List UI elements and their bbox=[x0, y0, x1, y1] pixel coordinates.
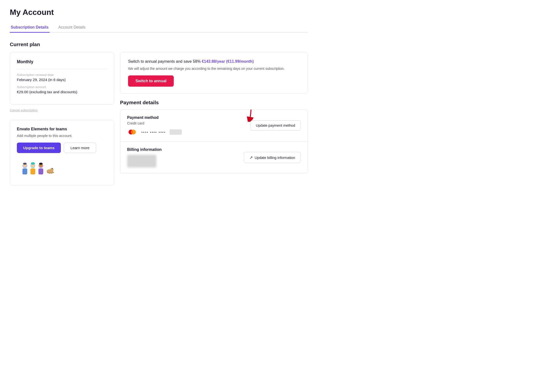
external-link-icon: ↗ bbox=[250, 155, 253, 160]
update-billing-button[interactable]: ↗ Update billing information bbox=[244, 152, 301, 163]
payment-card: Payment method Credit card ••• bbox=[120, 109, 308, 174]
teams-card: Envato Elements for teams Add multiple p… bbox=[10, 120, 114, 186]
teams-buttons: Upgrade to teams Learn more bbox=[17, 143, 107, 153]
svg-point-15 bbox=[52, 168, 53, 169]
teams-card-desc: Add multiple people to this account. bbox=[17, 134, 107, 138]
renewal-label: Subscription renewal date bbox=[17, 73, 107, 77]
svg-point-13 bbox=[50, 168, 54, 172]
tabs-bar: Subscription Details Account Details bbox=[10, 23, 308, 33]
svg-point-17 bbox=[48, 173, 50, 174]
plan-card: Monthly Subscription renewal date Februa… bbox=[10, 52, 114, 104]
learn-more-button[interactable]: Learn more bbox=[64, 143, 96, 153]
page-title: My Account bbox=[10, 8, 308, 17]
billing-info-row: Billing information ↗ Update billing inf… bbox=[120, 142, 308, 173]
cancel-subscription-link[interactable]: Cancel subscription bbox=[10, 108, 114, 112]
payment-method-row: Payment method Credit card ••• bbox=[120, 110, 308, 142]
update-payment-method-button[interactable]: Update payment method bbox=[250, 120, 301, 131]
teams-card-title: Envato Elements for teams bbox=[17, 127, 107, 131]
teams-illustration bbox=[17, 159, 107, 178]
svg-rect-5 bbox=[31, 168, 35, 175]
card-dots: •••• •••• •••• bbox=[141, 130, 166, 134]
amount-label: Subscription amount bbox=[17, 85, 107, 89]
mastercard-icon bbox=[127, 129, 137, 135]
plan-title: Monthly bbox=[17, 59, 107, 64]
annual-switch-card: Switch to annual payments and save 58% €… bbox=[120, 52, 308, 94]
annual-headline-highlight: €143.88/year (€11.99/month) bbox=[202, 59, 254, 63]
renewal-value: February 29, 2024 (in 6 days) bbox=[17, 78, 107, 82]
switch-to-annual-button[interactable]: Switch to annual bbox=[128, 75, 174, 87]
annual-headline-prefix: Switch to annual payments and save 58% bbox=[128, 59, 202, 63]
payment-details-heading: Payment details bbox=[120, 100, 308, 105]
svg-rect-9 bbox=[38, 168, 43, 175]
svg-point-7 bbox=[31, 162, 35, 165]
main-grid: Monthly Subscription renewal date Februa… bbox=[10, 52, 308, 186]
card-last-digits bbox=[170, 129, 182, 135]
svg-point-19 bbox=[52, 172, 54, 173]
left-column: Monthly Subscription renewal date Februa… bbox=[10, 52, 114, 186]
billing-info-blurred bbox=[127, 155, 156, 167]
annual-desc: We will adjust the amount we charge you … bbox=[128, 67, 300, 71]
svg-point-3 bbox=[23, 163, 27, 165]
update-billing-label: Update billing information bbox=[255, 155, 295, 159]
annual-headline: Switch to annual payments and save 58% €… bbox=[128, 59, 300, 64]
payment-method-title: Payment method bbox=[127, 115, 301, 120]
tab-account[interactable]: Account Details bbox=[57, 23, 87, 33]
right-column: Switch to annual payments and save 58% €… bbox=[120, 52, 308, 186]
svg-rect-1 bbox=[22, 168, 27, 175]
svg-point-11 bbox=[39, 163, 43, 165]
tab-subscription[interactable]: Subscription Details bbox=[10, 23, 50, 33]
current-plan-heading: Current plan bbox=[10, 41, 308, 47]
payment-details-section: Payment details Payment method Credit ca… bbox=[120, 100, 308, 174]
amount-value: €29.00 (excluding tax and discounts) bbox=[17, 90, 107, 94]
upgrade-to-teams-button[interactable]: Upgrade to teams bbox=[17, 143, 61, 153]
billing-info-title: Billing information bbox=[127, 147, 301, 152]
